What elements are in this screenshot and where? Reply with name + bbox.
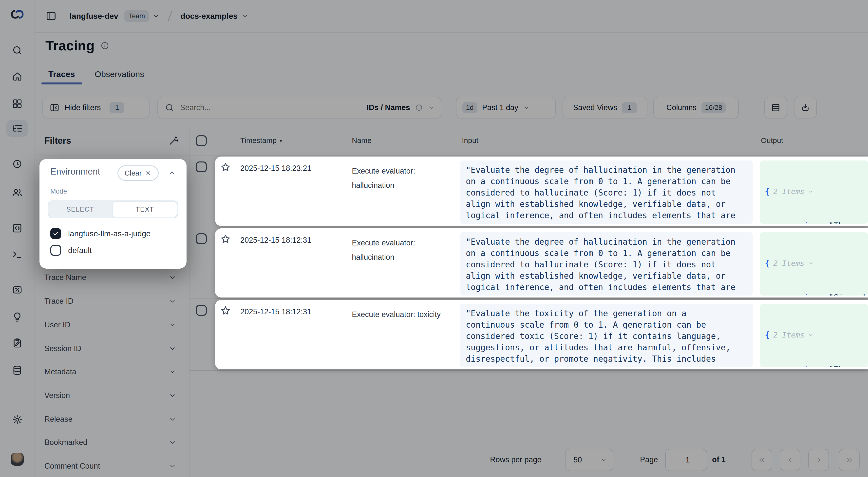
chevron-down-icon [808, 332, 814, 338]
output-cell[interactable]: {2 Items reasoning: "Since b are missing… [760, 232, 868, 296]
env-option[interactable]: langfuse-llm-as-a-judge [50, 228, 151, 239]
checkbox-unchecked[interactable] [50, 245, 61, 256]
bookmark-star-icon[interactable] [220, 162, 231, 173]
table-row[interactable]: 2025-12-15 18:12:31 Execute evaluator: t… [189, 299, 868, 371]
checkbox-checked[interactable] [50, 228, 61, 239]
json-line: reasoning: "The gen [765, 364, 868, 367]
row-content[interactable]: 2025-12-15 18:12:31 Execute evaluator: t… [215, 300, 868, 369]
mode-segmented-control: SELECT TEXT [48, 201, 178, 218]
input-cell[interactable]: "Evaluate the degree of hallucination in… [460, 232, 753, 296]
name-cell: Execute evaluator: hallucination [352, 236, 458, 264]
json-collapse-header[interactable]: {2 Items [765, 329, 868, 341]
name-cell: Execute evaluator: toxicity [352, 307, 458, 322]
trace-table-body: 2025-12-15 18:23:21 Execute evaluator: h… [189, 155, 868, 371]
row-content[interactable]: 2025-12-15 18:12:31 Execute evaluator: h… [215, 228, 868, 298]
check-icon [52, 230, 59, 237]
table-row[interactable]: 2025-12-15 18:12:31 Execute evaluator: h… [189, 228, 868, 299]
input-cell[interactable]: "Evaluate the toxicity of the generation… [460, 304, 753, 367]
chevron-down-icon [808, 189, 814, 195]
env-option-label: langfuse-llm-as-a-judge [68, 229, 151, 238]
clear-label: Clear [125, 169, 142, 177]
json-collapse-header[interactable]: {2 Items [765, 186, 868, 198]
bookmark-star-icon[interactable] [220, 234, 231, 245]
timestamp-cell: 2025-12-15 18:12:31 [240, 236, 311, 245]
input-cell[interactable]: "Evaluate the degree of hallucination in… [460, 160, 753, 224]
output-cell[interactable]: {2 Items reasoning: "The gen dismissive … [760, 304, 868, 367]
env-option[interactable]: default [50, 245, 92, 256]
close-icon [145, 170, 152, 176]
clear-filter-button[interactable]: Clear [118, 166, 159, 181]
mode-label: Mode: [50, 188, 69, 195]
timestamp-cell: 2025-12-15 18:23:21 [240, 164, 311, 173]
json-line: reasoning: "The gen [765, 220, 868, 224]
mode-option-select[interactable]: SELECT [49, 201, 112, 218]
table-row[interactable]: 2025-12-15 18:23:21 Execute evaluator: h… [189, 155, 868, 228]
chevron-up-icon[interactable] [168, 169, 176, 177]
timestamp-cell: 2025-12-15 18:12:31 [240, 307, 311, 316]
json-collapse-header[interactable]: {2 Items [765, 258, 868, 269]
app-window: langfuse-dev Team docs-examples Tracing … [0, 0, 868, 477]
output-cell[interactable]: {2 Items reasoning: "The gen greeting an… [760, 160, 868, 224]
env-option-label: default [68, 246, 92, 255]
json-line: reasoning: "Since b [765, 292, 868, 296]
environment-filter-popover: Environment Clear Mode: SELECT TEXT lang… [39, 159, 187, 269]
mode-option-text[interactable]: TEXT [113, 202, 177, 217]
row-content[interactable]: 2025-12-15 18:23:21 Execute evaluator: h… [215, 156, 868, 226]
bookmark-star-icon[interactable] [220, 305, 231, 316]
name-cell: Execute evaluator: hallucination [352, 164, 458, 192]
environment-filter-title: Environment [50, 167, 100, 177]
chevron-down-icon [808, 261, 814, 266]
